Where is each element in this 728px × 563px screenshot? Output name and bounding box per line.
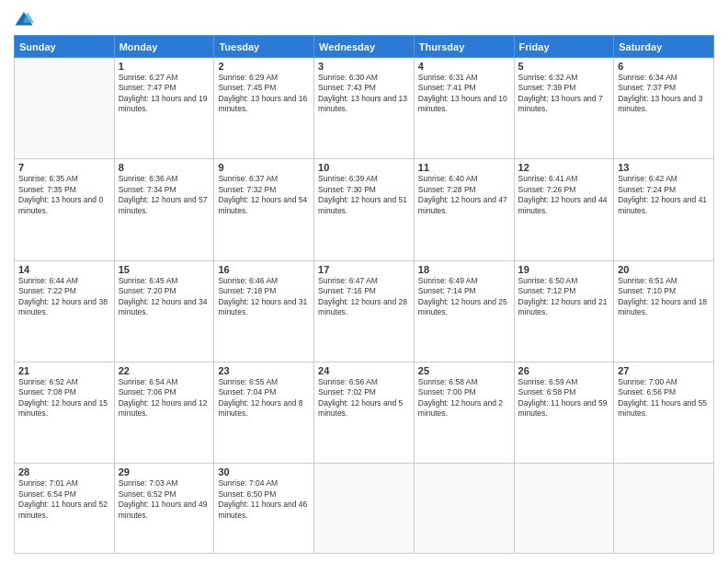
cell-info: Sunrise: 6:39 AMSunset: 7:30 PMDaylight:…	[318, 174, 410, 216]
cell-info: Sunrise: 6:47 AMSunset: 7:16 PMDaylight:…	[318, 276, 410, 318]
cell-info: Sunrise: 6:40 AMSunset: 7:28 PMDaylight:…	[418, 174, 510, 216]
cell-info: Sunrise: 6:42 AMSunset: 7:24 PMDaylight:…	[618, 174, 710, 216]
cell-info: Sunrise: 6:27 AMSunset: 7:47 PMDaylight:…	[119, 73, 210, 115]
calendar-cell: 10Sunrise: 6:39 AMSunset: 7:30 PMDayligh…	[314, 159, 415, 260]
calendar-cell: 9Sunrise: 6:37 AMSunset: 7:32 PMDaylight…	[214, 159, 314, 260]
cell-info: Sunrise: 6:32 AMSunset: 7:39 PMDaylight:…	[518, 73, 610, 115]
calendar-cell: 11Sunrise: 6:40 AMSunset: 7:28 PMDayligh…	[414, 159, 514, 260]
weekday-header: Thursday	[414, 36, 514, 58]
weekday-header: Tuesday	[214, 36, 314, 58]
calendar-cell: 17Sunrise: 6:47 AMSunset: 7:16 PMDayligh…	[314, 260, 415, 362]
cell-info: Sunrise: 6:44 AMSunset: 7:22 PMDaylight:…	[18, 276, 110, 318]
cell-info: Sunrise: 6:55 AMSunset: 7:04 PMDaylight:…	[218, 377, 310, 419]
cell-info: Sunrise: 6:45 AMSunset: 7:20 PMDaylight:…	[119, 276, 210, 318]
day-number: 11	[418, 162, 510, 173]
calendar-cell: 15Sunrise: 6:45 AMSunset: 7:20 PMDayligh…	[114, 260, 214, 362]
cell-info: Sunrise: 6:54 AMSunset: 7:06 PMDaylight:…	[119, 377, 210, 419]
day-number: 27	[618, 365, 710, 376]
calendar-cell: 16Sunrise: 6:46 AMSunset: 7:18 PMDayligh…	[214, 260, 314, 362]
day-number: 5	[518, 61, 610, 72]
calendar-cell: 24Sunrise: 6:56 AMSunset: 7:02 PMDayligh…	[314, 362, 415, 463]
calendar-cell: 20Sunrise: 6:51 AMSunset: 7:10 PMDayligh…	[614, 260, 714, 362]
weekday-header: Sunday	[15, 36, 115, 58]
calendar-cell: 26Sunrise: 6:59 AMSunset: 6:58 PMDayligh…	[514, 362, 614, 463]
weekday-header: Saturday	[614, 36, 714, 58]
calendar-cell: 19Sunrise: 6:50 AMSunset: 7:12 PMDayligh…	[514, 260, 614, 362]
calendar-cell: 2Sunrise: 6:29 AMSunset: 7:45 PMDaylight…	[214, 58, 314, 159]
calendar-cell: 22Sunrise: 6:54 AMSunset: 7:06 PMDayligh…	[114, 362, 214, 463]
calendar-cell: 28Sunrise: 7:01 AMSunset: 6:54 PMDayligh…	[15, 464, 115, 554]
day-number: 14	[18, 264, 110, 275]
calendar-cell: 25Sunrise: 6:58 AMSunset: 7:00 PMDayligh…	[414, 362, 514, 463]
cell-info: Sunrise: 6:51 AMSunset: 7:10 PMDaylight:…	[618, 276, 710, 318]
calendar-cell: 27Sunrise: 7:00 AMSunset: 6:56 PMDayligh…	[614, 362, 714, 463]
header	[14, 9, 714, 29]
calendar-cell	[514, 464, 614, 554]
logo	[14, 9, 37, 29]
calendar-table: SundayMondayTuesdayWednesdayThursdayFrid…	[14, 35, 714, 554]
calendar-cell: 6Sunrise: 6:34 AMSunset: 7:37 PMDaylight…	[614, 58, 714, 159]
cell-info: Sunrise: 6:46 AMSunset: 7:18 PMDaylight:…	[218, 276, 310, 318]
day-number: 7	[18, 162, 110, 173]
day-number: 10	[318, 162, 410, 173]
day-number: 6	[618, 61, 710, 72]
cell-info: Sunrise: 7:01 AMSunset: 6:54 PMDaylight:…	[18, 478, 110, 521]
cell-info: Sunrise: 6:52 AMSunset: 7:08 PMDaylight:…	[18, 377, 110, 419]
day-number: 13	[618, 162, 710, 173]
day-number: 3	[318, 61, 410, 72]
calendar-cell: 3Sunrise: 6:30 AMSunset: 7:43 PMDaylight…	[314, 58, 415, 159]
day-number: 24	[318, 365, 410, 376]
calendar-cell: 8Sunrise: 6:36 AMSunset: 7:34 PMDaylight…	[114, 159, 214, 260]
cell-info: Sunrise: 6:41 AMSunset: 7:26 PMDaylight:…	[518, 174, 610, 216]
page: SundayMondayTuesdayWednesdayThursdayFrid…	[0, 0, 728, 563]
cell-info: Sunrise: 7:03 AMSunset: 6:52 PMDaylight:…	[119, 478, 210, 521]
day-number: 16	[218, 264, 310, 275]
day-number: 25	[418, 365, 510, 376]
day-number: 20	[618, 264, 710, 275]
day-number: 29	[119, 466, 210, 477]
calendar-cell: 18Sunrise: 6:49 AMSunset: 7:14 PMDayligh…	[414, 260, 514, 362]
calendar-cell: 23Sunrise: 6:55 AMSunset: 7:04 PMDayligh…	[214, 362, 314, 463]
cell-info: Sunrise: 6:59 AMSunset: 6:58 PMDaylight:…	[518, 377, 610, 419]
cell-info: Sunrise: 6:50 AMSunset: 7:12 PMDaylight:…	[518, 276, 610, 318]
calendar-cell	[414, 464, 514, 554]
day-number: 22	[119, 365, 210, 376]
day-number: 9	[218, 162, 310, 173]
day-number: 28	[18, 466, 110, 477]
day-number: 19	[518, 264, 610, 275]
cell-info: Sunrise: 7:00 AMSunset: 6:56 PMDaylight:…	[618, 377, 710, 419]
day-number: 18	[418, 264, 510, 275]
cell-info: Sunrise: 6:56 AMSunset: 7:02 PMDaylight:…	[318, 377, 410, 419]
calendar-cell: 21Sunrise: 6:52 AMSunset: 7:08 PMDayligh…	[15, 362, 115, 463]
day-number: 17	[318, 264, 410, 275]
cell-info: Sunrise: 6:34 AMSunset: 7:37 PMDaylight:…	[618, 73, 710, 115]
weekday-header: Friday	[514, 36, 614, 58]
cell-info: Sunrise: 6:29 AMSunset: 7:45 PMDaylight:…	[218, 73, 310, 115]
cell-info: Sunrise: 6:58 AMSunset: 7:00 PMDaylight:…	[418, 377, 510, 419]
day-number: 12	[518, 162, 610, 173]
cell-info: Sunrise: 6:31 AMSunset: 7:41 PMDaylight:…	[418, 73, 510, 115]
day-number: 1	[119, 61, 210, 72]
calendar-cell: 5Sunrise: 6:32 AMSunset: 7:39 PMDaylight…	[514, 58, 614, 159]
day-number: 30	[218, 466, 310, 477]
day-number: 21	[18, 365, 110, 376]
calendar-cell: 7Sunrise: 6:35 AMSunset: 7:35 PMDaylight…	[15, 159, 115, 260]
day-number: 26	[518, 365, 610, 376]
calendar-cell: 12Sunrise: 6:41 AMSunset: 7:26 PMDayligh…	[514, 159, 614, 260]
weekday-header: Monday	[114, 36, 214, 58]
calendar-cell: 1Sunrise: 6:27 AMSunset: 7:47 PMDaylight…	[114, 58, 214, 159]
calendar-cell: 4Sunrise: 6:31 AMSunset: 7:41 PMDaylight…	[414, 58, 514, 159]
cell-info: Sunrise: 7:04 AMSunset: 6:50 PMDaylight:…	[218, 478, 310, 521]
cell-info: Sunrise: 6:36 AMSunset: 7:34 PMDaylight:…	[119, 174, 210, 216]
day-number: 4	[418, 61, 510, 72]
day-number: 2	[218, 61, 310, 72]
logo-icon	[14, 9, 34, 29]
calendar-cell	[314, 464, 415, 554]
weekday-header: Wednesday	[314, 36, 415, 58]
cell-info: Sunrise: 6:30 AMSunset: 7:43 PMDaylight:…	[318, 73, 410, 115]
day-number: 23	[218, 365, 310, 376]
day-number: 8	[119, 162, 210, 173]
day-number: 15	[119, 264, 210, 275]
calendar-cell: 13Sunrise: 6:42 AMSunset: 7:24 PMDayligh…	[614, 159, 714, 260]
cell-info: Sunrise: 6:35 AMSunset: 7:35 PMDaylight:…	[18, 174, 110, 216]
